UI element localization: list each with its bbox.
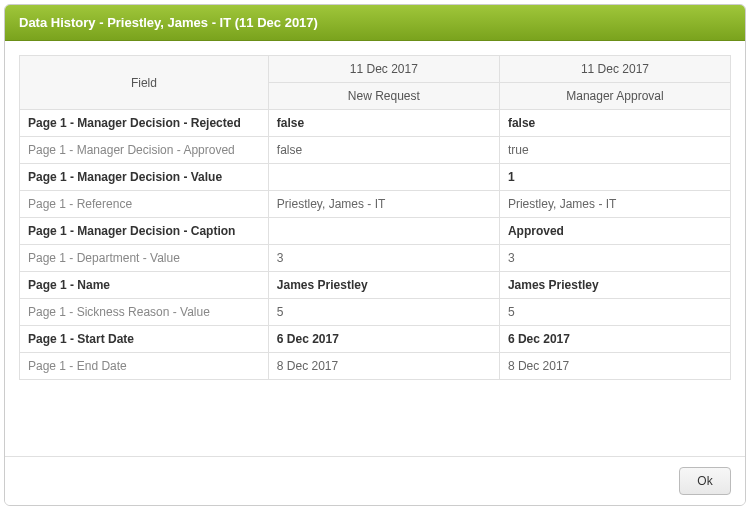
value-cell: Approved — [499, 218, 730, 245]
col-header-date-1: 11 Dec 2017 — [499, 56, 730, 83]
dialog-footer: Ok — [5, 456, 745, 505]
field-cell: Page 1 - Manager Decision - Approved — [20, 137, 269, 164]
value-cell: 1 — [499, 164, 730, 191]
value-cell: true — [499, 137, 730, 164]
value-cell: 6 Dec 2017 — [268, 326, 499, 353]
value-cell: James Priestley — [268, 272, 499, 299]
value-cell: Priestley, James - IT — [268, 191, 499, 218]
table-row: Page 1 - Manager Decision - Approvedfals… — [20, 137, 731, 164]
dialog-title: Data History - Priestley, James - IT (11… — [5, 5, 745, 41]
field-cell: Page 1 - Start Date — [20, 326, 269, 353]
table-row: Page 1 - End Date8 Dec 20178 Dec 2017 — [20, 353, 731, 380]
data-history-dialog: Data History - Priestley, James - IT (11… — [4, 4, 746, 506]
value-cell: false — [268, 110, 499, 137]
value-cell: 5 — [268, 299, 499, 326]
value-cell: 8 Dec 2017 — [268, 353, 499, 380]
table-row: Page 1 - Manager Decision - Rejectedfals… — [20, 110, 731, 137]
field-cell: Page 1 - Sickness Reason - Value — [20, 299, 269, 326]
dialog-body: Field 11 Dec 2017 11 Dec 2017 New Reques… — [5, 41, 745, 456]
table-row: Page 1 - Manager Decision - CaptionAppro… — [20, 218, 731, 245]
table-row: Page 1 - ReferencePriestley, James - ITP… — [20, 191, 731, 218]
value-cell: 8 Dec 2017 — [499, 353, 730, 380]
value-cell — [268, 164, 499, 191]
value-cell: Priestley, James - IT — [499, 191, 730, 218]
value-cell: 3 — [499, 245, 730, 272]
field-cell: Page 1 - Manager Decision - Caption — [20, 218, 269, 245]
history-table: Field 11 Dec 2017 11 Dec 2017 New Reques… — [19, 55, 731, 380]
table-row: Page 1 - NameJames PriestleyJames Priest… — [20, 272, 731, 299]
field-cell: Page 1 - Reference — [20, 191, 269, 218]
field-cell: Page 1 - Manager Decision - Value — [20, 164, 269, 191]
table-row: Page 1 - Manager Decision - Value1 — [20, 164, 731, 191]
value-cell: false — [499, 110, 730, 137]
value-cell — [268, 218, 499, 245]
col-header-field: Field — [20, 56, 269, 110]
field-cell: Page 1 - Department - Value — [20, 245, 269, 272]
col-header-stage-0: New Request — [268, 83, 499, 110]
table-row: Page 1 - Sickness Reason - Value55 — [20, 299, 731, 326]
ok-button[interactable]: Ok — [679, 467, 731, 495]
col-header-date-0: 11 Dec 2017 — [268, 56, 499, 83]
field-cell: Page 1 - End Date — [20, 353, 269, 380]
table-row: Page 1 - Start Date6 Dec 20176 Dec 2017 — [20, 326, 731, 353]
table-row: Page 1 - Department - Value33 — [20, 245, 731, 272]
col-header-stage-1: Manager Approval — [499, 83, 730, 110]
value-cell: 5 — [499, 299, 730, 326]
field-cell: Page 1 - Manager Decision - Rejected — [20, 110, 269, 137]
value-cell: James Priestley — [499, 272, 730, 299]
value-cell: 3 — [268, 245, 499, 272]
field-cell: Page 1 - Name — [20, 272, 269, 299]
value-cell: false — [268, 137, 499, 164]
value-cell: 6 Dec 2017 — [499, 326, 730, 353]
